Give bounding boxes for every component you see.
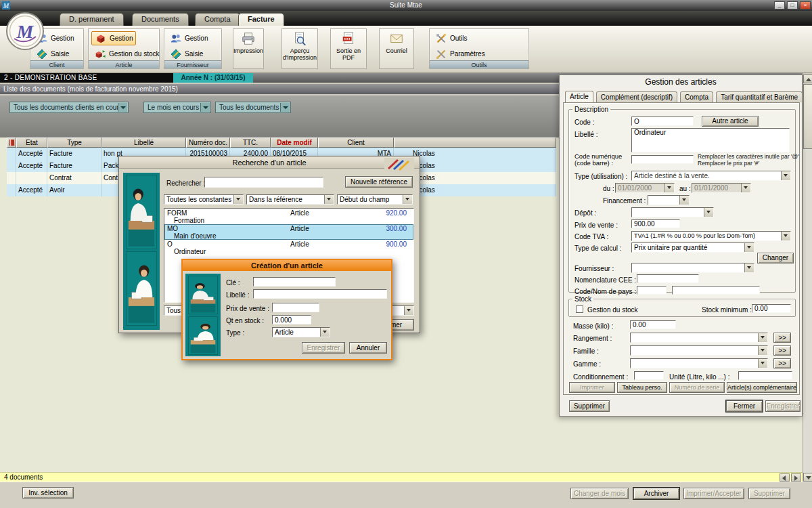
chevron-down-icon[interactable] <box>233 195 243 204</box>
article-list-item-selected[interactable]: MO Article 300.00 Main d'oeuvre <box>164 224 413 240</box>
cle-input[interactable] <box>253 277 336 287</box>
code-pays-input[interactable] <box>637 286 667 295</box>
chevron-down-icon[interactable] <box>664 184 674 192</box>
autre-article-button[interactable]: Autre article <box>702 116 759 127</box>
enregistrer-panel-button[interactable]: Enregistrer <box>765 400 800 412</box>
famille-select[interactable] <box>630 345 768 356</box>
tab-compta[interactable]: Compta <box>195 13 240 26</box>
column-header-ttc[interactable]: TTC. <box>230 137 271 148</box>
changer-de-mois-button[interactable]: Changer de mois <box>570 488 629 499</box>
rechercher-input[interactable] <box>204 177 323 188</box>
annuler-creation-button[interactable]: Annuler <box>349 342 387 354</box>
prix-creation-input[interactable] <box>272 303 319 312</box>
fermer-panel-button[interactable]: Fermer <box>726 400 763 412</box>
scroll-up-button[interactable] <box>803 75 812 83</box>
window-titlebar[interactable]: M Suite Mtae _ □ × <box>0 0 812 11</box>
minimize-button[interactable]: _ <box>774 1 785 9</box>
dans-reference-select[interactable]: Dans la référence <box>246 194 334 205</box>
chevron-down-icon[interactable] <box>118 103 127 112</box>
type-utilisation-select[interactable]: Article destiné à la vente. <box>631 171 791 181</box>
close-button[interactable]: × <box>800 1 811 9</box>
vertical-scrollbar[interactable] <box>803 75 812 482</box>
conditionnement-input[interactable] <box>634 371 664 380</box>
financement-select[interactable] <box>648 195 690 205</box>
chevron-down-icon[interactable] <box>744 263 754 272</box>
rangement-more-button[interactable]: >> <box>773 333 791 343</box>
masse-input[interactable] <box>630 320 676 329</box>
apercu-impression-button[interactable]: Aperçu d'impression <box>281 28 318 69</box>
unite-input[interactable] <box>738 371 792 380</box>
tab-tarif[interactable]: Tarif quantitatif et Barème <box>716 91 803 102</box>
chevron-down-icon[interactable] <box>758 359 767 368</box>
chevron-down-icon[interactable] <box>741 184 750 192</box>
chevron-down-icon[interactable] <box>679 196 689 205</box>
tab-compta[interactable]: Compta <box>680 91 713 102</box>
sortie-pdf-button[interactable]: Sortie en PDF <box>330 28 367 69</box>
dialog-titlebar[interactable]: Recherche d'un article <box>119 156 420 169</box>
changer-button[interactable]: Changer <box>757 253 794 263</box>
maximize-button[interactable]: □ <box>787 1 798 9</box>
tab-documents[interactable]: Documents <box>132 13 189 26</box>
column-header-icon[interactable] <box>7 137 16 148</box>
impression-button[interactable]: Impression <box>233 28 264 69</box>
column-header-client[interactable]: Client <box>318 137 394 148</box>
type-calcul-select[interactable]: Prix unitaire par quantité <box>631 242 754 253</box>
filter-type-documents[interactable]: Tous les documents <box>215 102 291 113</box>
column-header-type[interactable]: Type <box>47 137 102 148</box>
filter-mois[interactable]: Le mois en cours <box>143 102 211 113</box>
chevron-down-icon[interactable] <box>744 243 754 252</box>
stock-minimum-input[interactable] <box>752 304 791 313</box>
libelle-textarea[interactable]: Ordinateur <box>631 128 790 152</box>
scrollbar-thumb[interactable] <box>803 84 812 149</box>
date-du-select[interactable]: 01/01/2000 <box>615 183 675 193</box>
nouvelle-reference-button[interactable]: Nouvelle référence <box>345 176 413 188</box>
tableau-perso-button[interactable]: Tableau perso. <box>617 382 667 393</box>
supprimer-article-button[interactable]: Supprimer <box>569 400 610 412</box>
gestion-stock-checkbox[interactable] <box>576 305 583 313</box>
code-tva-select[interactable]: TVA1 (1.#R % ou 0.00 % pour les Dom-Tom) <box>631 231 791 241</box>
chevron-down-icon[interactable] <box>403 195 412 204</box>
imprimer-accepter-button[interactable]: Imprimer/Accepter <box>683 488 744 499</box>
nomenclature-input[interactable] <box>637 274 699 283</box>
articles-complementaires-button[interactable]: Article(s) complémentaire <box>727 382 797 393</box>
column-header-etat[interactable]: Etat <box>16 137 47 148</box>
chevron-down-icon[interactable] <box>404 306 413 315</box>
libelle-creation-input[interactable] <box>253 289 387 299</box>
parametres-button[interactable]: Paramètres <box>432 47 488 61</box>
qte-stock-input[interactable] <box>272 315 311 324</box>
column-header-libelle[interactable]: Libellé <box>102 137 186 148</box>
chevron-down-icon[interactable] <box>320 328 330 337</box>
archiver-button[interactable]: Archiver <box>633 488 679 499</box>
column-header-blank[interactable] <box>394 137 556 148</box>
outils-button[interactable]: Outils <box>432 31 470 45</box>
fournisseur-select[interactable] <box>631 263 754 273</box>
imprimer-article-button[interactable]: Imprimer <box>569 382 615 393</box>
constantes-select[interactable]: Toutes les constantes <box>164 194 244 205</box>
famille-more-button[interactable]: >> <box>773 345 791 356</box>
tab-facture[interactable]: Facture <box>238 13 284 26</box>
column-header-numero[interactable]: Numéro doc. <box>186 137 230 148</box>
enregistrer-creation-button[interactable]: Enregistrer <box>302 342 345 354</box>
prix-vente-input[interactable] <box>631 219 680 228</box>
chevron-down-icon[interactable] <box>200 103 210 112</box>
code-numerique-input[interactable] <box>631 155 694 164</box>
gamme-select[interactable] <box>630 358 768 368</box>
tab-article[interactable]: Article <box>565 91 593 103</box>
chevron-down-icon[interactable] <box>758 346 767 355</box>
fournisseur-gestion-button[interactable]: Gestion <box>167 31 210 45</box>
supprimer-doc-button[interactable]: Supprimer <box>748 488 790 499</box>
chevron-down-icon[interactable] <box>324 195 334 204</box>
article-gestion-stock-button[interactable]: Gestion du stock <box>91 47 162 61</box>
debut-champ-select[interactable]: Début du champ <box>337 194 413 205</box>
inv-selection-button[interactable]: Inv. sélection <box>22 487 74 499</box>
code-input[interactable] <box>631 117 694 126</box>
scroll-down-button[interactable] <box>803 473 812 482</box>
date-au-select[interactable]: 01/01/2000 <box>692 183 751 193</box>
numero-serie-button[interactable]: Numéro de serie <box>669 382 725 393</box>
chevron-down-icon[interactable] <box>704 208 713 217</box>
rangement-select[interactable] <box>630 333 768 343</box>
article-list-item[interactable]: O Article 900.00 Ordinateur <box>164 240 413 255</box>
dialog-titlebar[interactable]: Création d'un article <box>183 260 391 271</box>
chevron-down-icon[interactable] <box>758 333 767 342</box>
column-header-date-modif[interactable]: Date modif <box>271 137 318 148</box>
